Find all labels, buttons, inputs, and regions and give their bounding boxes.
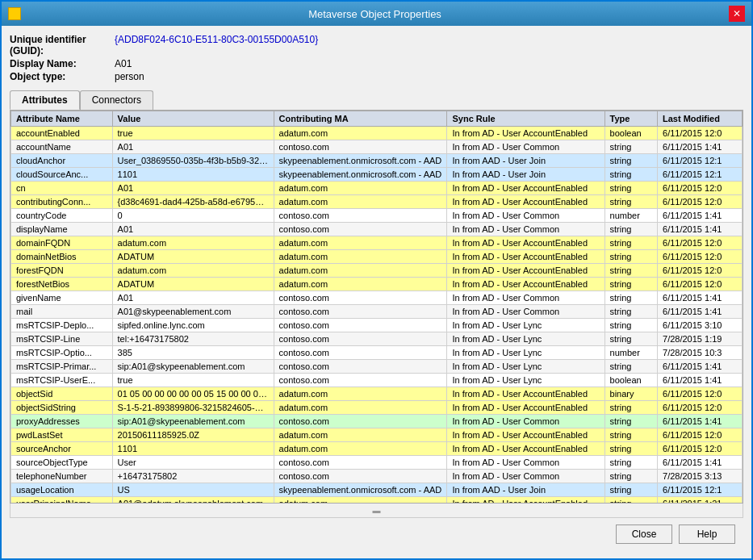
table-row: cloudSourceAnc...1101skypeenablement.onm… (11, 168, 743, 182)
cell-sync: In from AD - User Common (447, 140, 604, 154)
content-area: Unique identifier (GUID): {ADD8F024-6C10… (2, 26, 751, 558)
cell-val: User_03869550-035b-4f3b-b5b9-3203aa3a53f… (112, 154, 274, 168)
table-row: userPrincipalNameA01@adatum.skypeenablem… (11, 497, 743, 504)
close-title-btn[interactable]: ✕ (729, 6, 745, 22)
cell-ma: contoso.com (274, 470, 447, 483)
cell-mod: 6/11/2015 1:41 (658, 360, 743, 374)
table-row: telephoneNumber+16473175802contoso.comIn… (11, 470, 743, 483)
cell-val: 1101 (112, 168, 274, 182)
tab-attributes[interactable]: Attributes (10, 90, 80, 110)
table-row: contributingConn...{d38c4691-dad4-425b-a… (11, 195, 743, 209)
cell-type: string (604, 319, 657, 332)
cell-val: 20150611185925.0Z (112, 428, 274, 442)
cell-ma: contoso.com (274, 140, 447, 154)
cell-val: ADATUM (112, 278, 274, 291)
cell-val: {d38c4691-dad4-425b-a58d-e679584ac2f1} (112, 195, 274, 209)
display-name-label: Display Name: (10, 58, 115, 69)
cell-attr: forestFQDN (11, 264, 113, 278)
cell-type: number (604, 209, 657, 223)
cell-ma: adatum.com (274, 264, 447, 278)
cell-sync: In from AAD - User Join (447, 483, 604, 497)
cell-ma: adatum.com (274, 250, 447, 264)
cell-mod: 6/11/2015 1:41 (658, 209, 743, 223)
cell-type: boolean (604, 374, 657, 387)
cell-attr: msRTCSIP-Optio... (11, 346, 113, 360)
cell-mod: 6/11/2015 12:0 (658, 127, 743, 140)
cell-mod: 6/11/2015 1:41 (658, 456, 743, 470)
object-type-value: person (115, 71, 144, 82)
cell-ma: adatum.com (274, 278, 447, 291)
table-row: accountEnabledtrueadatum.comIn from AD -… (11, 127, 743, 140)
cell-mod: 6/11/2015 1:41 (658, 305, 743, 319)
cell-type: string (604, 154, 657, 168)
tab-connectors[interactable]: Connectors (80, 90, 153, 110)
table-row: objectSidStringS-1-5-21-893899806-321582… (11, 401, 743, 415)
cell-type: string (604, 236, 657, 250)
close-button[interactable]: Close (616, 524, 672, 544)
cell-val: sipfed.online.lync.com (112, 319, 274, 332)
cell-attr: contributingConn... (11, 195, 113, 209)
cell-type: string (604, 182, 657, 195)
title-bar: Metaverse Object Properties ✕ (2, 2, 751, 26)
cell-type: binary (604, 387, 657, 401)
table-row: domainFQDNadatum.comadatum.comIn from AD… (11, 236, 743, 250)
cell-attr: msRTCSIP-UserE... (11, 374, 113, 387)
cell-attr: domainFQDN (11, 236, 113, 250)
display-name-row: Display Name: A01 (10, 58, 743, 69)
cell-mod: 6/11/2015 1:41 (658, 223, 743, 236)
col-header-val: Value (112, 111, 274, 127)
table-row: msRTCSIP-Optio...385contoso.comIn from A… (11, 346, 743, 360)
cell-attr: msRTCSIP-Line (11, 332, 113, 346)
table-row: usageLocationUSskypeenablement.onmicroso… (11, 483, 743, 497)
table-container[interactable]: Attribute Name Value Contributing MA Syn… (10, 110, 743, 504)
cell-attr: displayName (11, 223, 113, 236)
cell-attr: sourceObjectType (11, 456, 113, 470)
cell-ma: adatum.com (274, 182, 447, 195)
cell-ma: contoso.com (274, 346, 447, 360)
col-header-attr: Attribute Name (11, 111, 113, 127)
cell-ma: adatum.com (274, 236, 447, 250)
cell-mod: 6/11/2015 12:0 (658, 401, 743, 415)
col-header-ma: Contributing MA (274, 111, 447, 127)
cell-mod: 7/28/2015 10:3 (658, 346, 743, 360)
cell-val: US (112, 483, 274, 497)
cell-sync: In from AD - User AccountEnabled (447, 278, 604, 291)
table-row: msRTCSIP-Deplo...sipfed.online.lync.comc… (11, 319, 743, 332)
cell-sync: In from AD - User Common (447, 209, 604, 223)
guid-label: Unique identifier (GUID): (10, 34, 115, 56)
cell-ma: adatum.com (274, 401, 447, 415)
cell-val: sip:A01@skypeenablement.com (112, 360, 274, 374)
cell-ma: contoso.com (274, 223, 447, 236)
cell-val: A01 (112, 140, 274, 154)
table-row: forestFQDNadatum.comadatum.comIn from AD… (11, 264, 743, 278)
table-row: proxyAddressessip:A01@skypeenablement.co… (11, 415, 743, 428)
cell-mod: 6/11/2015 1:41 (658, 140, 743, 154)
cell-mod: 6/11/2015 12:0 (658, 264, 743, 278)
cell-mod: 7/28/2015 1:19 (658, 332, 743, 346)
cell-val: ADATUM (112, 250, 274, 264)
object-type-row: Object type: person (10, 71, 743, 82)
cell-type: string (604, 250, 657, 264)
cell-val: A01@skypeenablement.com (112, 305, 274, 319)
cell-attr: mail (11, 305, 113, 319)
cell-val: A01 (112, 291, 274, 305)
scrollbar-area[interactable]: ▬ (10, 504, 743, 518)
cell-type: string (604, 483, 657, 497)
cell-sync: In from AD - User AccountEnabled (447, 264, 604, 278)
cell-ma: contoso.com (274, 319, 447, 332)
cell-val: 385 (112, 346, 274, 360)
cell-val: tel:+16473175802 (112, 332, 274, 346)
cell-attr: usageLocation (11, 483, 113, 497)
table-row: objectSid01 05 00 00 00 00 00 05 15 00 0… (11, 387, 743, 401)
help-button[interactable]: Help (679, 524, 735, 544)
table-row: pwdLastSet20150611185925.0Zadatum.comIn … (11, 428, 743, 442)
cell-sync: In from AD - User Lync (447, 360, 604, 374)
guid-value: {ADD8F024-6C10-E511-80C3-00155D00A510} (115, 34, 318, 56)
cell-val: A01 (112, 223, 274, 236)
table-row: displayNameA01contoso.comIn from AD - Us… (11, 223, 743, 236)
cell-sync: In from AD - User AccountEnabled (447, 442, 604, 456)
cell-val: A01 (112, 182, 274, 195)
window-icon (8, 7, 21, 20)
cell-sync: In from AD - User AccountEnabled (447, 236, 604, 250)
cell-attr: countryCode (11, 209, 113, 223)
